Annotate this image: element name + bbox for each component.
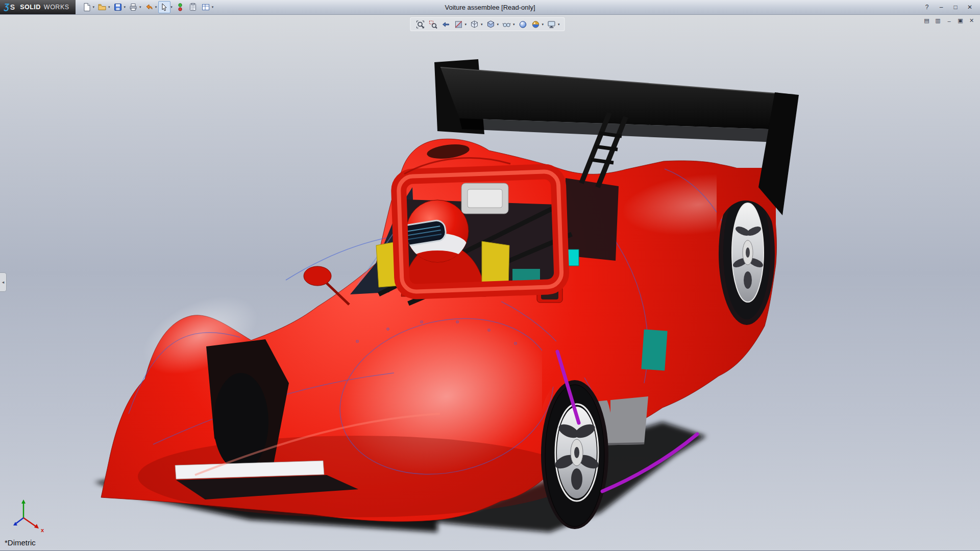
appearance-ball-icon xyxy=(518,20,527,29)
print-button[interactable] xyxy=(127,1,139,13)
solidworks-logo: ƷS SOLIDWORKS xyxy=(0,0,76,14)
view-settings-button[interactable] xyxy=(546,19,557,30)
undo-arrow-icon xyxy=(144,3,154,12)
open-folder-icon xyxy=(97,3,107,12)
display-style-icon xyxy=(486,20,495,29)
new-caret-icon[interactable]: ▾ xyxy=(93,5,95,9)
doc-restore-button[interactable]: ▣ xyxy=(955,16,965,25)
save-floppy-icon xyxy=(113,3,122,12)
heads-up-view-toolbar: ▾ ▾ ▾ ▾ ▾ ▾ xyxy=(410,17,565,31)
doc-tile-button[interactable]: ▤ xyxy=(922,16,932,25)
doc-cascade-button[interactable]: ▥ xyxy=(933,16,943,25)
select-caret-icon[interactable]: ▾ xyxy=(170,5,173,9)
doc-minimize-button[interactable]: – xyxy=(944,16,954,25)
scene-ball-icon xyxy=(531,20,540,29)
rebuild-stoplight-icon xyxy=(176,3,185,12)
minimize-button[interactable]: – xyxy=(935,3,947,12)
reference-triad: x xyxy=(8,496,49,537)
clipboard-icon xyxy=(188,3,198,12)
options-button[interactable] xyxy=(200,1,212,13)
rebuild-button[interactable] xyxy=(174,1,186,13)
view-orientation-button[interactable] xyxy=(469,19,480,30)
window-controls: ? – □ ✕ xyxy=(921,3,980,12)
previous-view-icon xyxy=(441,20,450,29)
logo-s: S xyxy=(10,3,15,11)
viewport-canvas[interactable]: ▾ ▾ ▾ ▾ ▾ ▾ ▤ ▥ – ▣ ✕ ◂ xyxy=(0,15,980,551)
window-title: Voiture assemblee [Read-only] xyxy=(445,0,535,15)
document-window-controls: ▤ ▥ – ▣ ✕ xyxy=(922,16,976,25)
undo-caret-icon[interactable]: ▾ xyxy=(155,5,157,9)
print-icon xyxy=(129,3,138,12)
select-cursor-icon xyxy=(160,3,169,12)
section-view-icon xyxy=(454,20,463,29)
save-button[interactable] xyxy=(112,1,124,13)
triad-x-label: x xyxy=(41,527,44,533)
close-button[interactable]: ✕ xyxy=(964,3,976,12)
save-caret-icon[interactable]: ▾ xyxy=(124,5,126,9)
brand-name-light: WORKS xyxy=(44,4,69,11)
select-tool-button[interactable] xyxy=(158,1,170,13)
section-view-button[interactable] xyxy=(452,19,464,30)
monitor-icon xyxy=(547,20,556,29)
new-document-icon xyxy=(82,3,91,12)
model-view[interactable] xyxy=(0,15,980,551)
new-document-button[interactable] xyxy=(81,1,93,13)
print-caret-icon[interactable]: ▾ xyxy=(139,5,141,9)
maximize-button[interactable]: □ xyxy=(949,3,962,12)
brand-name-bold: SOLID xyxy=(20,4,41,11)
zoom-to-fit-icon xyxy=(415,20,425,29)
table-grid-icon xyxy=(201,3,210,12)
hideshow-caret-icon[interactable]: ▾ xyxy=(513,22,515,27)
display-style-button[interactable] xyxy=(484,19,496,30)
orientation-caret-icon[interactable]: ▾ xyxy=(481,22,483,27)
zoom-to-fit-button[interactable] xyxy=(414,19,426,30)
edit-appearance-button[interactable] xyxy=(517,19,529,30)
open-caret-icon[interactable]: ▾ xyxy=(108,5,110,9)
zoom-to-area-icon xyxy=(428,20,437,29)
dassault-3ds-icon: Ʒ xyxy=(4,3,9,12)
help-button[interactable]: ? xyxy=(921,3,933,12)
settings-caret-icon[interactable]: ▾ xyxy=(558,22,560,27)
options-caret-icon[interactable]: ▾ xyxy=(212,5,214,9)
car-body xyxy=(101,139,777,521)
rearview-mirror xyxy=(461,183,508,214)
previous-view-button[interactable] xyxy=(439,19,451,30)
properties-button[interactable] xyxy=(187,1,199,13)
display-caret-icon[interactable]: ▾ xyxy=(497,22,499,27)
zoom-to-area-button[interactable] xyxy=(427,19,438,30)
view-cube-icon xyxy=(470,20,479,29)
hide-show-items-button[interactable] xyxy=(501,19,512,30)
view-orientation-label: *Dimetric xyxy=(5,538,36,547)
title-bar: ƷS SOLIDWORKS ▾ ▾ ▾ ▾ ▾ ▾ ▾ Voiture a xyxy=(0,0,980,15)
section-caret-icon[interactable]: ▾ xyxy=(464,22,467,27)
panel-flyout-tab[interactable]: ◂ xyxy=(0,272,7,292)
glasses-icon xyxy=(502,20,511,29)
doc-close-button[interactable]: ✕ xyxy=(967,16,976,25)
open-button[interactable] xyxy=(96,1,108,13)
main-toolbar: ▾ ▾ ▾ ▾ ▾ ▾ ▾ xyxy=(76,1,215,13)
undo-button[interactable] xyxy=(143,1,155,13)
apply-scene-button[interactable] xyxy=(530,19,542,30)
rear-right-wheel xyxy=(541,341,610,529)
scene-caret-icon[interactable]: ▾ xyxy=(542,22,544,27)
